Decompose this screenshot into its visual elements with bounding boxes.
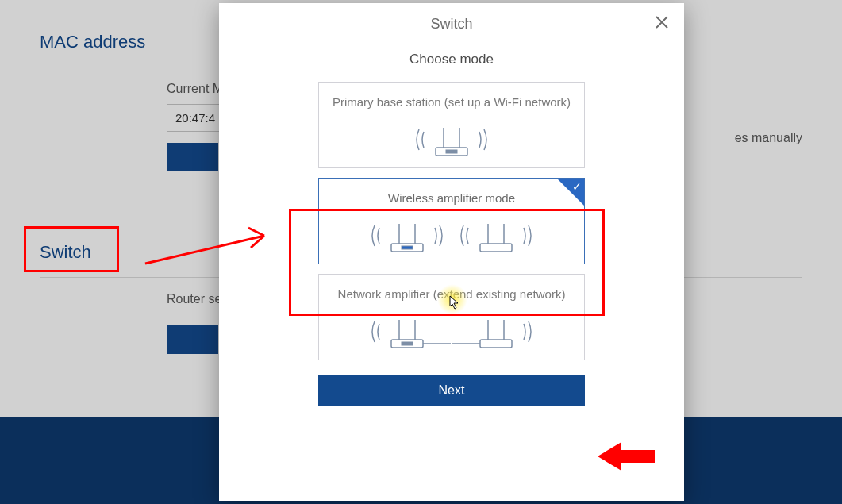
mac-input[interactable]: 20:47:4	[167, 104, 224, 132]
option-wireless-amplifier[interactable]: ✓ Wireless amplifier mode	[318, 178, 585, 264]
option-label: Wireless amplifier mode	[329, 191, 575, 205]
network-amplifier-icon	[329, 309, 575, 352]
manual-text: es manually	[735, 131, 802, 145]
modal-header: Switch	[219, 3, 684, 40]
amplifier-icon	[329, 213, 575, 256]
close-icon	[652, 13, 671, 32]
svg-rect-14	[402, 342, 413, 345]
check-icon: ✓	[572, 180, 582, 193]
next-button[interactable]: Next	[318, 375, 585, 406]
choose-mode-label: Choose mode	[409, 52, 494, 67]
router-icon	[329, 117, 575, 160]
svg-rect-19	[480, 340, 512, 348]
modal-title: Switch	[430, 16, 472, 32]
option-network-amplifier[interactable]: Network amplifier (extend existing netwo…	[318, 274, 585, 360]
option-label: Network amplifier (extend existing netwo…	[329, 287, 575, 301]
mac-submit-button[interactable]	[167, 143, 218, 171]
switch-modal: Switch Choose mode Primary base station …	[219, 3, 684, 501]
svg-rect-3	[446, 150, 457, 153]
router-submit-button[interactable]	[167, 325, 218, 354]
svg-rect-7	[402, 246, 413, 249]
option-primary-base[interactable]: Primary base station (set up a Wi-Fi net…	[318, 82, 585, 168]
option-label: Primary base station (set up a Wi-Fi net…	[329, 95, 575, 109]
close-button[interactable]	[652, 13, 671, 32]
svg-rect-10	[480, 244, 512, 252]
